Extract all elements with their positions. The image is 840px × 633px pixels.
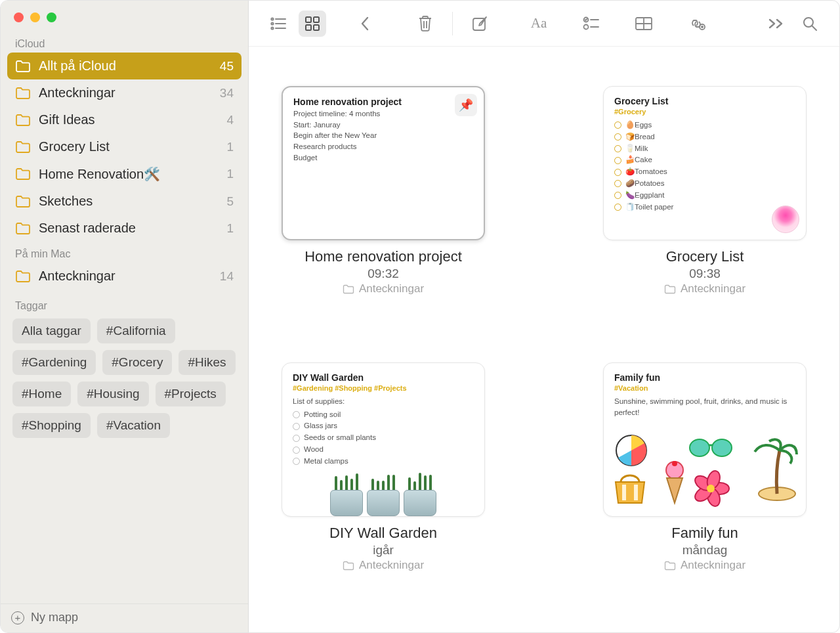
note-title: DIY Wall Garden [293, 372, 474, 383]
folder-count: 34 [220, 86, 234, 100]
note-body-line: Project timeline: 4 months [293, 108, 473, 120]
folder-icon [343, 284, 354, 294]
close-window-button[interactable] [14, 12, 24, 22]
note-title: Family fun [614, 372, 795, 383]
tag-pill[interactable]: #Grocery [102, 350, 172, 375]
note-card-wrapper: Family fun#VacationSunshine, swimming po… [597, 362, 813, 619]
pin-icon[interactable]: 📌 [455, 94, 477, 116]
folder-icon [664, 561, 676, 571]
sidebar-folder-item[interactable]: Home Renovation🛠️1 [1, 160, 248, 188]
checklist-item: Glass jars [293, 420, 474, 432]
folder-icon [15, 270, 31, 283]
svg-point-27 [690, 439, 709, 456]
toolbar-divider [452, 12, 453, 35]
svg-point-2 [271, 22, 273, 24]
checklist-item: 🥚Eggs [614, 120, 795, 131]
sidebar-folder-item[interactable]: Anteckningar34 [1, 79, 248, 106]
folder-icon [15, 114, 31, 127]
folder-count: 5 [226, 194, 234, 209]
sidebar-folder-item[interactable]: Sketches5 [1, 188, 248, 215]
sidebar-folder-item[interactable]: Grocery List1 [1, 133, 248, 160]
list-view-button[interactable] [264, 11, 292, 37]
svg-point-28 [712, 439, 732, 456]
check-circle-icon [293, 411, 300, 418]
note-card-wrapper: DIY Wall Garden#Gardening #Shopping #Pro… [275, 362, 492, 619]
link-button[interactable] [682, 11, 710, 37]
sidebar-section-label: På min Mac [1, 242, 248, 263]
tag-pill[interactable]: #Vacation [97, 413, 170, 438]
note-body-line: Research products [293, 141, 473, 152]
folder-icon [343, 561, 354, 571]
checklist-item: 🧻Toilet paper [614, 202, 795, 213]
sidebar-folder-item[interactable]: Allt på iCloud45 [7, 53, 242, 79]
fullscreen-window-button[interactable] [47, 12, 56, 22]
folder-name: Gift Ideas [39, 112, 95, 127]
back-button[interactable] [351, 11, 379, 37]
checklist-button[interactable] [578, 11, 605, 37]
note-body-line: Budget [293, 152, 473, 164]
folder-count: 45 [220, 59, 234, 74]
search-button[interactable] [796, 11, 824, 37]
note-caption: DIY Wall GardenigårAnteckningar [329, 525, 437, 573]
tag-pill[interactable]: #Projects [156, 382, 226, 406]
tag-pill[interactable]: #Home [12, 382, 71, 406]
tag-pill[interactable]: #Housing [77, 382, 148, 406]
note-caption-time: 09:32 [304, 267, 462, 281]
folder-name: Senast raderade [39, 221, 136, 236]
folder-name: Anteckningar [39, 85, 116, 100]
note-card[interactable]: Grocery List#Grocery🥚Eggs🍞Bread🥛Milk🍰Cak… [603, 86, 807, 240]
check-circle-icon [614, 145, 621, 152]
check-circle-icon [614, 133, 621, 141]
note-subhead: List of supplies: [293, 396, 474, 407]
folder-count: 1 [226, 221, 234, 236]
plant-illustration [282, 470, 484, 516]
tag-pill[interactable]: Alla taggar [12, 318, 91, 343]
checklist-item: 🥔Potatoes [614, 178, 795, 190]
notes-grid: Home renovation projectProject timeline:… [249, 47, 839, 632]
more-button[interactable] [762, 11, 789, 37]
tag-pill[interactable]: #Hikes [178, 350, 235, 375]
note-body-line: Begin after the New Year [293, 130, 473, 141]
note-title: Home renovation project [293, 97, 473, 107]
note-caption-title: Grocery List [664, 248, 746, 265]
svg-point-4 [271, 27, 273, 29]
checklist-item: 🍅Tomatoes [614, 166, 795, 178]
folder-icon [664, 284, 676, 294]
compose-button[interactable] [466, 11, 494, 37]
svg-line-25 [812, 26, 816, 30]
format-button[interactable]: Aa [525, 11, 553, 37]
tag-pill[interactable]: #Shopping [12, 413, 91, 438]
sidebar-section-label: iCloud [1, 32, 248, 53]
svg-rect-7 [314, 17, 319, 22]
sidebar-folder-item[interactable]: Anteckningar14 [1, 263, 248, 290]
svg-rect-9 [314, 25, 319, 30]
checklist-item: Wood [293, 444, 474, 456]
svg-rect-8 [306, 25, 311, 30]
trash-button[interactable] [411, 11, 439, 37]
note-caption-folder: Anteckningar [343, 282, 424, 295]
tag-pill[interactable]: #California [97, 318, 175, 343]
minimize-window-button[interactable] [30, 12, 40, 22]
check-circle-icon [293, 458, 300, 465]
check-circle-icon [614, 204, 621, 211]
note-caption-folder: Anteckningar [343, 559, 424, 572]
folder-name: Grocery List [39, 139, 110, 154]
folder-name: Allt på iCloud [39, 58, 116, 74]
sidebar-folder-item[interactable]: Senast raderade1 [1, 215, 248, 242]
checklist-item: Potting soil [293, 409, 474, 421]
note-card[interactable]: DIY Wall Garden#Gardening #Shopping #Pro… [282, 362, 485, 517]
note-caption-title: Family fun [664, 525, 746, 542]
new-folder-button[interactable]: + Ny mapp [1, 603, 248, 632]
grid-view-button[interactable] [299, 11, 326, 37]
sidebar-folder-item[interactable]: Gift Ideas4 [1, 106, 248, 133]
note-body-line: Sunshine, swimming pool, fruit, drinks, … [614, 396, 795, 418]
note-card[interactable]: Home renovation projectProject timeline:… [282, 86, 485, 240]
folder-count: 1 [226, 140, 234, 154]
note-caption-title: DIY Wall Garden [329, 525, 437, 542]
note-card[interactable]: Family fun#VacationSunshine, swimming po… [603, 362, 807, 517]
tag-pill[interactable]: #Gardening [12, 350, 96, 375]
table-button[interactable] [630, 11, 658, 37]
note-card-wrapper: Home renovation projectProject timeline:… [275, 86, 492, 343]
checklist-item: Seeds or small plants [293, 432, 474, 444]
svg-point-31 [672, 461, 677, 466]
